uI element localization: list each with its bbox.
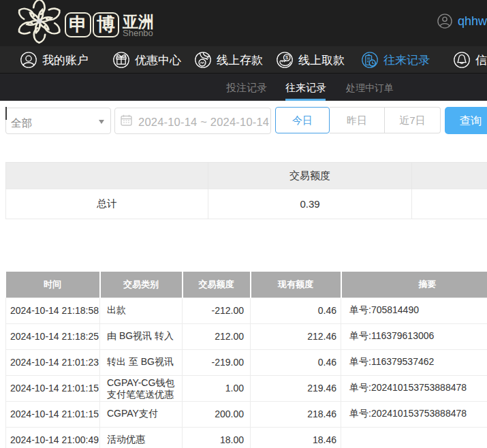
svg-text:$: $ — [285, 54, 289, 61]
